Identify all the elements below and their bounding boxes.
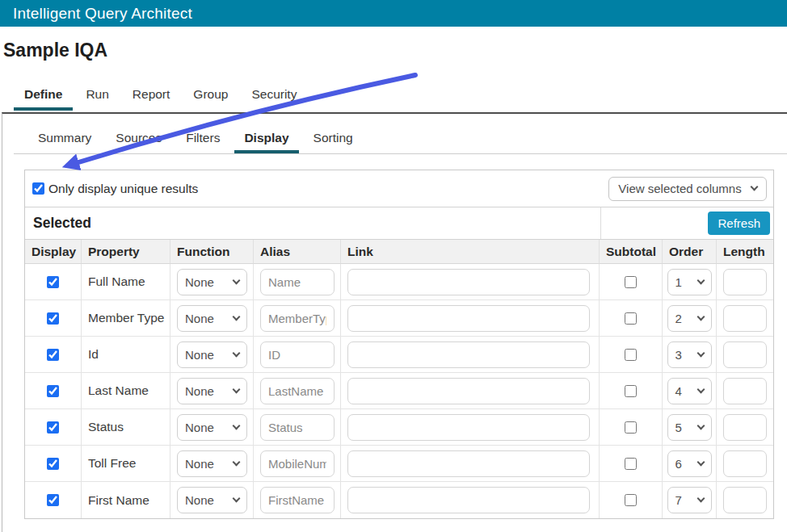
- alias-input[interactable]: [260, 378, 335, 404]
- subtab-sorting[interactable]: Sorting: [314, 128, 353, 148]
- view-columns-dropdown[interactable]: View selected columns: [608, 177, 767, 201]
- tab-group[interactable]: Group: [193, 85, 228, 104]
- order-select[interactable]: 1: [667, 269, 712, 295]
- tab-run[interactable]: Run: [86, 85, 108, 104]
- table-row-subtotal-cell: [600, 482, 663, 518]
- order-select-value: 2: [675, 312, 682, 325]
- display-checkbox[interactable]: [47, 421, 59, 434]
- display-checkbox[interactable]: [47, 385, 59, 397]
- function-select-value: None: [185, 384, 214, 398]
- link-input[interactable]: [347, 305, 590, 332]
- function-select[interactable]: None: [177, 414, 247, 441]
- table-row-display-cell: [25, 373, 82, 409]
- link-input[interactable]: [347, 414, 590, 441]
- alias-input[interactable]: [260, 487, 335, 513]
- tab-security[interactable]: Security: [251, 85, 297, 104]
- order-select[interactable]: 7: [667, 487, 712, 513]
- chevron-down-icon: [233, 312, 241, 320]
- table-row-link-cell: [341, 446, 600, 482]
- length-input[interactable]: [723, 450, 767, 477]
- table-row-alias-cell: [254, 264, 341, 300]
- subtotal-checkbox[interactable]: [625, 458, 637, 470]
- alias-input[interactable]: [260, 305, 335, 332]
- table-row-order-cell: 4: [663, 373, 717, 409]
- unique-results-row: Only display unique results View selecte…: [25, 170, 773, 207]
- subtotal-checkbox[interactable]: [625, 385, 637, 397]
- property-label: Status: [82, 409, 170, 446]
- subtab-sources[interactable]: Sources: [116, 128, 162, 148]
- function-select[interactable]: None: [177, 341, 247, 368]
- link-input[interactable]: [347, 378, 590, 404]
- table-row-length-cell: [717, 409, 773, 446]
- sub-tab-bar: SummarySourcesFiltersDisplaySorting: [0, 128, 353, 148]
- subtotal-checkbox[interactable]: [625, 421, 637, 434]
- function-select[interactable]: None: [177, 305, 247, 332]
- order-select[interactable]: 3: [667, 341, 712, 368]
- table-row-length-cell: [717, 482, 773, 518]
- link-input[interactable]: [347, 450, 590, 477]
- link-input[interactable]: [347, 487, 590, 513]
- subtotal-checkbox[interactable]: [625, 312, 637, 325]
- display-checkbox[interactable]: [47, 312, 59, 325]
- chevron-down-icon: [697, 458, 705, 466]
- display-checkbox[interactable]: [47, 276, 59, 288]
- order-select[interactable]: 5: [667, 414, 712, 441]
- property-label: First Name: [82, 482, 170, 518]
- table-row-length-cell: [717, 446, 773, 482]
- subtab-filters[interactable]: Filters: [186, 128, 220, 148]
- table-row-link-cell: [341, 264, 600, 300]
- function-select[interactable]: None: [177, 378, 247, 404]
- table-row-alias-cell: [254, 446, 341, 482]
- subtab-display[interactable]: Display: [244, 128, 288, 148]
- table-row-link-cell: [341, 482, 600, 518]
- function-select-value: None: [185, 493, 214, 507]
- subtotal-checkbox[interactable]: [625, 276, 637, 288]
- sub-tab-divider: [14, 153, 787, 154]
- display-checkbox[interactable]: [47, 494, 59, 506]
- column-header-link: Link: [341, 240, 600, 264]
- length-input[interactable]: [723, 378, 767, 404]
- display-checkbox[interactable]: [47, 458, 59, 470]
- function-select-value: None: [185, 275, 214, 289]
- app-header-bar: Intelligent Query Architect: [0, 0, 787, 27]
- alias-input[interactable]: [260, 269, 335, 295]
- order-select[interactable]: 6: [667, 450, 712, 477]
- length-input[interactable]: [723, 269, 767, 295]
- table-row-order-cell: 6: [663, 446, 717, 482]
- table-row-link-cell: [341, 300, 600, 337]
- function-select[interactable]: None: [177, 487, 247, 513]
- table-row-display-cell: [25, 482, 82, 518]
- order-select-value: 3: [675, 348, 682, 362]
- chevron-down-icon: [697, 276, 705, 284]
- alias-input[interactable]: [260, 450, 335, 477]
- subtotal-checkbox[interactable]: [625, 349, 637, 361]
- length-input[interactable]: [723, 341, 767, 368]
- table-row-display-cell: [25, 337, 82, 373]
- length-input[interactable]: [723, 414, 767, 441]
- order-select[interactable]: 2: [667, 305, 712, 332]
- length-input[interactable]: [723, 305, 767, 332]
- refresh-button[interactable]: Refresh: [708, 212, 770, 235]
- function-select[interactable]: None: [177, 269, 247, 295]
- chevron-down-icon: [697, 349, 705, 357]
- table-row-subtotal-cell: [600, 373, 663, 409]
- order-select-value: 6: [675, 457, 682, 471]
- table-row-link-cell: [341, 409, 600, 446]
- tab-define[interactable]: Define: [24, 85, 62, 104]
- function-select[interactable]: None: [177, 450, 247, 477]
- unique-results-checkbox[interactable]: [32, 182, 44, 195]
- alias-input[interactable]: [260, 341, 335, 368]
- link-input[interactable]: [347, 269, 590, 295]
- subtotal-checkbox[interactable]: [625, 494, 637, 506]
- order-select[interactable]: 4: [667, 378, 712, 404]
- order-select-value: 4: [675, 384, 682, 398]
- length-input[interactable]: [723, 487, 767, 513]
- link-input[interactable]: [347, 341, 590, 368]
- page-title: Sample IQA: [3, 40, 107, 61]
- table-row-length-cell: [717, 337, 773, 373]
- subtab-summary[interactable]: Summary: [38, 128, 91, 148]
- display-checkbox[interactable]: [47, 349, 59, 361]
- alias-input[interactable]: [260, 414, 335, 441]
- table-row-link-cell: [341, 373, 600, 409]
- tab-report[interactable]: Report: [133, 85, 170, 104]
